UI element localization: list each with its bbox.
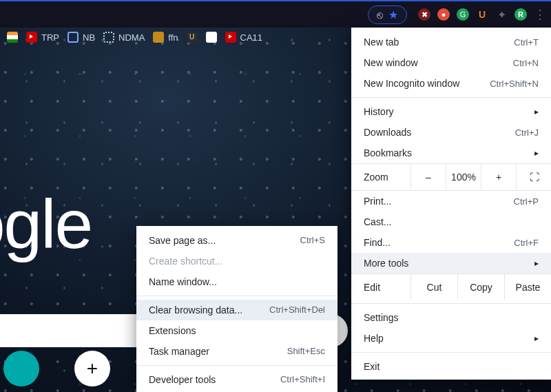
submenu-item-label: Developer tools xyxy=(149,374,216,385)
edit-label: Edit xyxy=(351,274,410,300)
extension-icon-3[interactable]: G xyxy=(457,8,469,21)
extension-icon-2[interactable]: ● xyxy=(437,8,450,21)
submenu-chevron-icon: ▸ xyxy=(534,333,539,343)
submenu-item-shortcut: Ctrl+Shift+Del xyxy=(269,305,325,316)
zoom-out-button[interactable]: – xyxy=(410,164,446,190)
menu-item-label: More tools xyxy=(364,258,408,269)
chrome-main-menu: New tabCtrl+TNew windowCtrl+NNew Incogni… xyxy=(351,28,551,380)
menu-item-label: Find... xyxy=(364,237,391,248)
menu-item-label: New tab xyxy=(364,37,399,48)
menu-item-shortcut: Ctrl+F xyxy=(514,238,539,248)
bookmark-favicon xyxy=(225,32,236,43)
menu-item-label: Cast... xyxy=(364,216,391,227)
bookmark-item[interactable]: U xyxy=(187,32,198,43)
bookmark-favicon: U xyxy=(187,32,198,43)
menu-item-label: Bookmarks xyxy=(364,147,412,158)
copy-button[interactable]: Copy xyxy=(457,274,504,300)
bookmark-item[interactable]: ffn xyxy=(153,32,178,43)
submenu-item-label: Extensions xyxy=(149,325,196,336)
menu-separator xyxy=(351,303,551,304)
submenu-item-label: Name window... xyxy=(149,276,217,287)
bookmark-label: TRP xyxy=(41,32,59,43)
submenu-item[interactable]: Name window... xyxy=(136,271,337,292)
profile-avatar[interactable]: R xyxy=(514,8,527,21)
bookmark-label: ffn xyxy=(168,32,178,43)
submenu-item-label: Clear browsing data... xyxy=(149,305,242,316)
submenu-item-shortcut: Ctrl+Shift+I xyxy=(280,374,325,385)
menu-item[interactable]: New windowCtrl+N xyxy=(351,52,551,73)
bookmark-favicon xyxy=(26,32,37,43)
fullscreen-button[interactable]: ⛶ xyxy=(516,164,551,190)
submenu-item: Create shortcut... xyxy=(136,251,337,271)
bookmark-favicon xyxy=(153,32,164,43)
add-shortcut-button[interactable]: + xyxy=(74,351,110,386)
zoom-in-button[interactable]: + xyxy=(481,164,516,190)
bookmark-item[interactable]: NB xyxy=(67,32,95,43)
menu-separator xyxy=(136,365,337,366)
submenu-chevron-icon: ▸ xyxy=(534,148,539,158)
menu-item[interactable]: DownloadsCtrl+J xyxy=(351,122,551,143)
menu-item[interactable]: New tabCtrl+T xyxy=(351,32,551,52)
bookmark-item[interactable] xyxy=(206,32,217,43)
submenu-item[interactable]: Extensions xyxy=(136,320,337,341)
shortcut-tile-1[interactable] xyxy=(3,351,39,386)
bookmark-item[interactable]: NDMA xyxy=(103,32,145,43)
menu-item-label: Print... xyxy=(364,196,391,207)
menu-item-label: Exit xyxy=(364,361,380,372)
share-icon[interactable]: ⎋ xyxy=(377,9,383,21)
bookmark-favicon xyxy=(7,32,18,43)
zoom-value: 100% xyxy=(446,164,481,190)
menu-item[interactable]: Cast... xyxy=(351,212,551,232)
submenu-chevron-icon: ▸ xyxy=(534,258,539,268)
menu-separator xyxy=(351,352,551,353)
menu-item[interactable]: More tools▸ xyxy=(351,253,551,274)
menu-item[interactable]: History▸ xyxy=(351,101,551,122)
more-tools-submenu: Save page as...Ctrl+SCreate shortcut...N… xyxy=(136,226,337,392)
menu-item[interactable]: Help▸ xyxy=(351,328,551,349)
zoom-row: Zoom–100%+⛶ xyxy=(351,163,551,191)
menu-item-shortcut: Ctrl+P xyxy=(514,196,539,207)
menu-separator xyxy=(351,97,551,98)
submenu-item[interactable]: Clear browsing data...Ctrl+Shift+Del xyxy=(136,300,337,320)
submenu-item[interactable]: Developer toolsCtrl+Shift+I xyxy=(136,369,337,390)
extension-icon-1[interactable]: ✖ xyxy=(418,8,430,21)
menu-item-shortcut: Ctrl+N xyxy=(513,58,539,68)
bookmark-item[interactable] xyxy=(7,32,18,43)
menu-separator xyxy=(136,296,337,296)
menu-item-shortcut: Ctrl+Shift+N xyxy=(490,79,539,89)
bookmark-item[interactable]: TRP xyxy=(26,32,59,43)
bookmark-item[interactable]: CA11 xyxy=(225,32,263,43)
omnibox-actions: ⎋ ★ xyxy=(368,6,407,24)
menu-item[interactable]: Exit xyxy=(351,356,551,377)
edit-row: EditCutCopyPaste xyxy=(351,274,551,300)
menu-item[interactable]: Bookmarks▸ xyxy=(351,143,551,163)
menu-item[interactable]: Print...Ctrl+P xyxy=(351,191,551,212)
bookmark-favicon xyxy=(103,32,114,43)
zoom-label: Zoom xyxy=(351,172,410,183)
browser-toolbar: ⎋ ★ ✖ ● G U ✦ R ⋮ xyxy=(0,0,551,28)
submenu-item-shortcut: Shift+Esc xyxy=(287,346,325,357)
menu-item[interactable]: New Incognito windowCtrl+Shift+N xyxy=(351,73,551,94)
submenu-chevron-icon: ▸ xyxy=(534,107,539,116)
bookmark-favicon xyxy=(206,32,217,43)
extension-icon-4[interactable]: U xyxy=(476,8,488,21)
paste-button[interactable]: Paste xyxy=(504,274,551,300)
google-logo-partial: ogle xyxy=(0,185,92,264)
menu-item-label: New Incognito window xyxy=(364,78,459,89)
submenu-item[interactable]: Save page as...Ctrl+S xyxy=(136,230,337,251)
menu-item-shortcut: Ctrl+T xyxy=(514,37,539,48)
menu-item-label: Downloads xyxy=(364,127,411,138)
extensions-puzzle-icon[interactable]: ✦ xyxy=(495,8,508,21)
menu-item[interactable]: Find...Ctrl+F xyxy=(351,232,551,253)
menu-item-shortcut: Ctrl+J xyxy=(515,127,539,138)
submenu-item[interactable]: Task managerShift+Esc xyxy=(136,341,337,362)
chrome-menu-button[interactable]: ⋮ xyxy=(534,7,545,22)
bookmark-label: NDMA xyxy=(118,32,145,43)
cut-button[interactable]: Cut xyxy=(410,274,457,300)
bookmark-favicon xyxy=(67,32,79,43)
menu-item[interactable]: Settings xyxy=(351,307,551,328)
submenu-item-shortcut: Ctrl+S xyxy=(300,235,325,246)
submenu-item-label: Save page as... xyxy=(149,235,216,246)
bookmark-star-icon[interactable]: ★ xyxy=(388,8,398,21)
menu-item-label: Help xyxy=(364,333,384,344)
